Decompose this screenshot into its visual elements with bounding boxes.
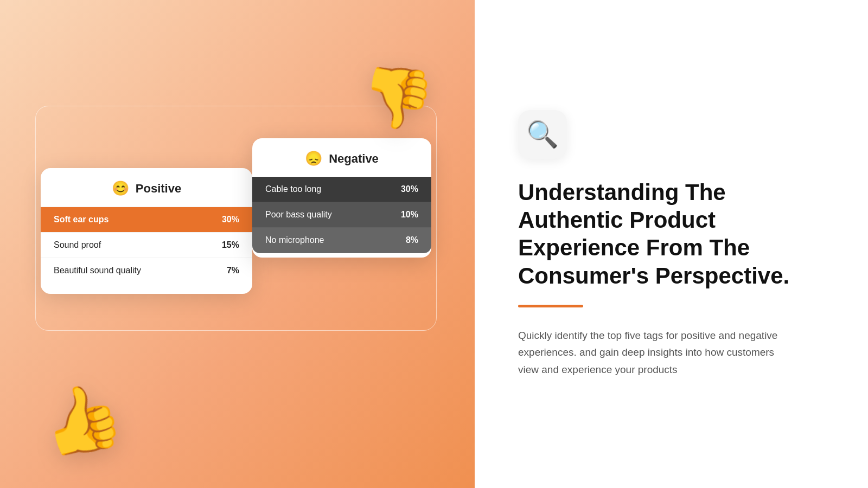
positive-row-2-label: Sound proof	[54, 240, 101, 250]
positive-row-2: Sound proof 15%	[41, 232, 252, 258]
positive-icon: 😊	[112, 180, 129, 197]
negative-icon: 😞	[305, 150, 322, 167]
thumbs-up-icon: 👍	[32, 373, 130, 467]
description-text: Quickly identify the top five tags for p…	[518, 327, 789, 378]
accent-line	[518, 305, 583, 307]
positive-card-header: 😊 Positive	[41, 168, 252, 207]
positive-row-1-value: 30%	[222, 215, 239, 224]
negative-row-2: Poor bass quality 10%	[252, 202, 431, 228]
negative-row-1-label: Cable too long	[265, 184, 321, 194]
positive-row-3: Beautiful sound quality 7%	[41, 258, 252, 283]
positive-row-3-value: 7%	[227, 266, 239, 275]
negative-row-3-value: 8%	[406, 235, 418, 245]
positive-row-1: Soft ear cups 30%	[41, 207, 252, 232]
app-icon-container: 🔍	[518, 110, 567, 159]
negative-row-1: Cable too long 30%	[252, 177, 431, 202]
right-panel: 🔍 Understanding The Authentic Product Ex…	[475, 0, 868, 488]
positive-row-1-label: Soft ear cups	[54, 215, 108, 224]
negative-card-header: 😞 Negative	[252, 138, 431, 177]
positive-row-3-label: Beautiful sound quality	[54, 266, 141, 275]
negative-card: 😞 Negative Cable too long 30% Poor bass …	[252, 138, 431, 258]
negative-row-3-label: No microphone	[265, 235, 324, 245]
app-icon: 🔍	[526, 119, 559, 150]
main-heading: Understanding The Authentic Product Expe…	[518, 178, 811, 290]
negative-row-2-value: 10%	[401, 210, 418, 220]
negative-row-3: No microphone 8%	[252, 228, 431, 253]
positive-row-2-value: 15%	[222, 240, 239, 250]
negative-card-title: Negative	[329, 152, 379, 166]
left-panel: 😊 Positive Soft ear cups 30% Sound proof…	[0, 0, 475, 488]
positive-card-title: Positive	[136, 182, 181, 196]
thumbs-down-icon: 👎	[354, 56, 439, 138]
negative-row-2-label: Poor bass quality	[265, 210, 332, 220]
negative-row-1-value: 30%	[401, 184, 418, 194]
positive-card: 😊 Positive Soft ear cups 30% Sound proof…	[41, 168, 252, 294]
